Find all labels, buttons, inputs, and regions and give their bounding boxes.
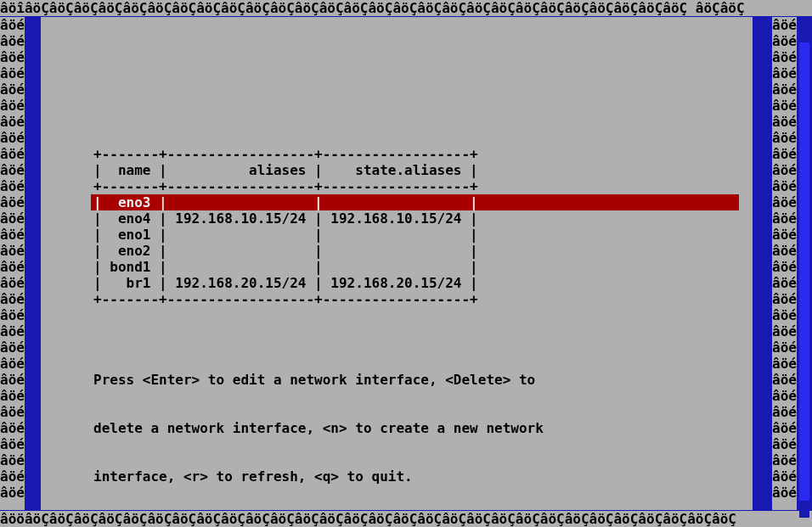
help-text: Press <Enter> to edit a network interfac… bbox=[93, 307, 753, 517]
table-border-top: +-------+------------------+------------… bbox=[93, 146, 753, 162]
table-row[interactable]: | eno3 | | | bbox=[91, 194, 739, 210]
table-row[interactable]: | eno1 | | | bbox=[93, 227, 753, 243]
table-header-row: | name | aliases | state.aliases | bbox=[93, 162, 753, 178]
scrollbar[interactable] bbox=[799, 17, 809, 518]
frame-border-right: âöéâöéâöéâöéâöéâöéâöéâöéâöéâöéâöéâöéâöéâ… bbox=[772, 17, 797, 510]
table-row[interactable]: | eno4 | 192.168.10.15/24 | 192.168.10.1… bbox=[93, 210, 753, 227]
frame-border-left: âöéâöéâöéâöéâöéâöéâöéâöéâöéâöéâöéâöéâöéâ… bbox=[0, 17, 25, 510]
table-border-mid: +-------+------------------+------------… bbox=[93, 178, 753, 194]
table-border-bottom: +-------+------------------+------------… bbox=[93, 291, 753, 307]
help-line: Press <Enter> to edit a network interfac… bbox=[93, 372, 753, 388]
content-panel: +-------+------------------+------------… bbox=[41, 17, 753, 510]
table-row[interactable]: | bond1 | | | bbox=[93, 259, 753, 275]
help-line: interface, <r> to refresh, <q> to quit. bbox=[93, 468, 753, 485]
scrollbar-track[interactable] bbox=[799, 42, 809, 501]
interface-table[interactable]: +-------+------------------+------------… bbox=[41, 17, 753, 517]
frame-border-top: âöîâöÇâöÇâöÇâöÇâöÇâöÇâöÇâöÇâöÇâöÇâöÇâöÇâ… bbox=[0, 0, 812, 16]
help-line: delete a network interface, <n> to creat… bbox=[93, 420, 753, 436]
table-row[interactable]: | br1 | 192.168.20.15/24 | 192.168.20.15… bbox=[93, 275, 753, 291]
table-row[interactable]: | eno2 | | | bbox=[93, 243, 753, 259]
